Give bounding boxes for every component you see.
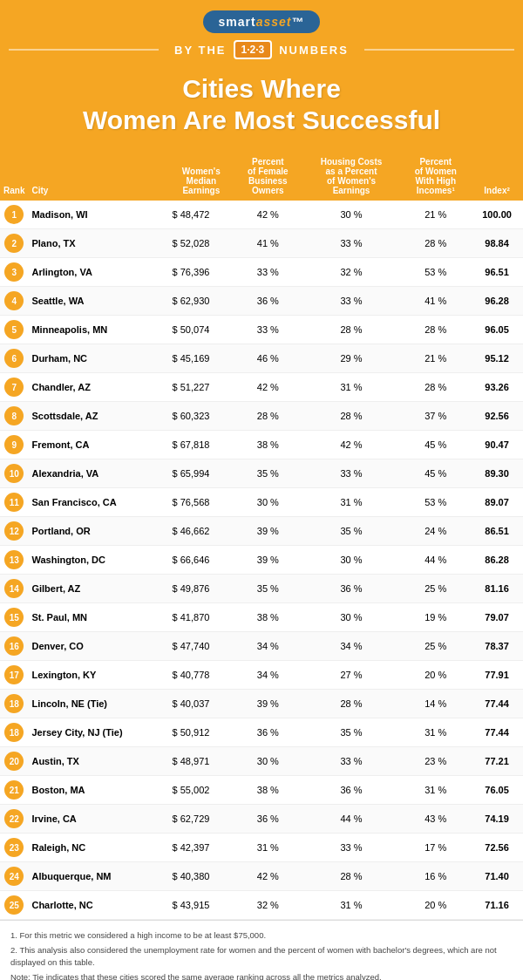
biz-pct-cell: 36 %: [234, 718, 302, 747]
earnings-cell: $ 50,074: [169, 316, 234, 344]
rank-badge: 24: [4, 867, 24, 886]
biz-pct-cell: 30 %: [234, 488, 302, 517]
city-cell: Gilbert, AZ: [28, 575, 168, 603]
by-the-numbers-banner: BY THE 1·2·3 NUMBERS: [0, 40, 523, 59]
biz-pct-cell: 35 %: [234, 575, 302, 603]
table-row: 25 Charlotte, NC $ 43,915 32 % 31 % 20 %…: [0, 891, 523, 920]
housing-pct-cell: 35 %: [302, 718, 401, 747]
housing-pct-cell: 28 %: [302, 316, 401, 344]
index-cell: 96.51: [471, 258, 523, 287]
housing-pct-cell: 42 %: [302, 431, 401, 459]
index-cell: 77.44: [471, 718, 523, 747]
table-row: 6 Durham, NC $ 45,169 46 % 29 % 21 % 95.…: [0, 344, 523, 373]
col-index: Index²: [471, 152, 523, 201]
index-cell: 71.16: [471, 891, 523, 920]
table-row: 10 Alexandria, VA $ 65,994 35 % 33 % 45 …: [0, 459, 523, 488]
earnings-cell: $ 43,915: [169, 891, 234, 920]
rank-badge: 22: [4, 809, 24, 828]
rank-badge: 23: [4, 838, 24, 857]
rank-badge: 6: [4, 349, 24, 368]
table-row: 12 Portland, OR $ 46,662 39 % 35 % 24 % …: [0, 517, 523, 546]
housing-pct-cell: 29 %: [302, 344, 401, 373]
index-cell: 77.44: [471, 690, 523, 718]
earnings-cell: $ 50,912: [169, 718, 234, 747]
table-row: 21 Boston, MA $ 55,002 38 % 36 % 31 % 76…: [0, 776, 523, 805]
index-cell: 90.47: [471, 431, 523, 459]
rank-cell: 16: [0, 632, 28, 661]
biz-pct-cell: 35 %: [234, 459, 302, 488]
rank-cell: 12: [0, 517, 28, 546]
high-income-cell: 20 %: [400, 661, 471, 690]
biz-pct-cell: 36 %: [234, 287, 302, 316]
table-row: 8 Scottsdale, AZ $ 60,323 28 % 28 % 37 %…: [0, 402, 523, 431]
table-row: 9 Fremont, CA $ 67,818 38 % 42 % 45 % 90…: [0, 431, 523, 459]
housing-pct-cell: 33 %: [302, 747, 401, 776]
table-row: 20 Austin, TX $ 48,971 30 % 33 % 23 % 77…: [0, 747, 523, 776]
col-biz: Percentof FemaleBusinessOwners: [234, 152, 302, 201]
housing-pct-cell: 31 %: [302, 373, 401, 402]
rank-badge: 14: [4, 579, 24, 598]
city-cell: Albuquerque, NM: [28, 862, 168, 891]
divider-line-left: [9, 49, 159, 51]
biz-pct-cell: 36 %: [234, 805, 302, 834]
earnings-cell: $ 48,472: [169, 201, 234, 229]
rank-cell: 25: [0, 891, 28, 920]
housing-pct-cell: 33 %: [302, 287, 401, 316]
high-income-cell: 25 %: [400, 632, 471, 661]
housing-pct-cell: 27 %: [302, 661, 401, 690]
index-cell: 78.37: [471, 632, 523, 661]
high-income-cell: 25 %: [400, 575, 471, 603]
rank-badge: 3: [4, 262, 24, 282]
rank-cell: 6: [0, 344, 28, 373]
city-cell: Chandler, AZ: [28, 373, 168, 402]
table-row: 11 San Francisco, CA $ 76,568 30 % 31 % …: [0, 488, 523, 517]
earnings-cell: $ 49,876: [169, 575, 234, 603]
city-cell: Austin, TX: [28, 747, 168, 776]
high-income-cell: 45 %: [400, 459, 471, 488]
rank-badge: 18: [4, 723, 24, 742]
index-cell: 81.16: [471, 575, 523, 603]
biz-pct-cell: 39 %: [234, 690, 302, 718]
biz-pct-cell: 32 %: [234, 891, 302, 920]
rank-badge: 12: [4, 521, 24, 541]
data-table: Rank City Women'sMedianEarnings Percento…: [0, 152, 523, 920]
high-income-cell: 24 %: [400, 517, 471, 546]
numbers-label: NUMBERS: [279, 44, 349, 57]
earnings-cell: $ 67,818: [169, 431, 234, 459]
earnings-cell: $ 51,227: [169, 373, 234, 402]
rank-badge: 8: [4, 406, 24, 425]
biz-pct-cell: 31 %: [234, 834, 302, 862]
earnings-cell: $ 40,380: [169, 862, 234, 891]
rank-cell: 15: [0, 603, 28, 632]
rank-cell: 3: [0, 258, 28, 287]
city-cell: San Francisco, CA: [28, 488, 168, 517]
biz-pct-cell: 34 %: [234, 661, 302, 690]
earnings-cell: $ 41,870: [169, 603, 234, 632]
biz-pct-cell: 42 %: [234, 373, 302, 402]
high-income-cell: 28 %: [400, 316, 471, 344]
high-income-cell: 45 %: [400, 431, 471, 459]
rank-badge: 5: [4, 320, 24, 339]
biz-pct-cell: 38 %: [234, 776, 302, 805]
rank-badge: 25: [4, 895, 24, 915]
high-income-cell: 53 %: [400, 258, 471, 287]
earnings-cell: $ 40,778: [169, 661, 234, 690]
city-cell: Boston, MA: [28, 776, 168, 805]
housing-pct-cell: 33 %: [302, 459, 401, 488]
index-cell: 95.12: [471, 344, 523, 373]
rank-cell: 18: [0, 690, 28, 718]
city-cell: Plano, TX: [28, 229, 168, 258]
rank-cell: 11: [0, 488, 28, 517]
table-row: 5 Minneapolis, MN $ 50,074 33 % 28 % 28 …: [0, 316, 523, 344]
rank-badge: 18: [4, 694, 24, 713]
rank-badge: 10: [4, 464, 24, 483]
city-cell: Alexandria, VA: [28, 459, 168, 488]
city-cell: Jersey City, NJ (Tie): [28, 718, 168, 747]
index-cell: 86.51: [471, 517, 523, 546]
city-cell: Fremont, CA: [28, 431, 168, 459]
index-cell: 74.19: [471, 805, 523, 834]
rank-cell: 8: [0, 402, 28, 431]
housing-pct-cell: 33 %: [302, 229, 401, 258]
high-income-cell: 44 %: [400, 546, 471, 575]
rank-badge: 4: [4, 291, 24, 310]
